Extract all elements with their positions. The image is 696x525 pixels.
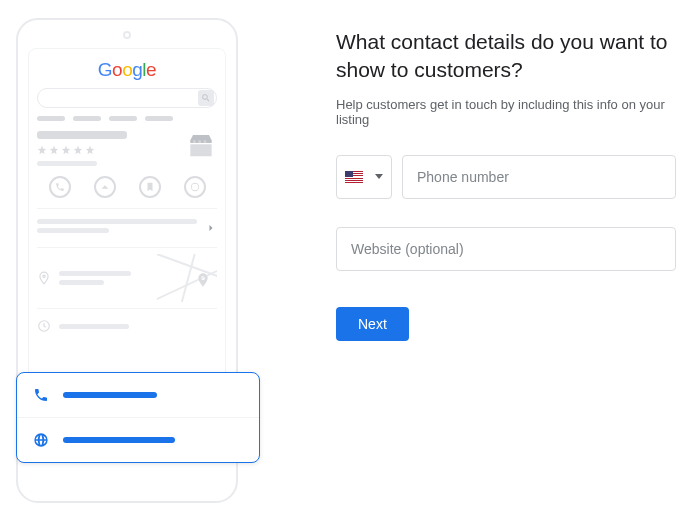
tab-placeholder	[73, 116, 101, 121]
website-placeholder-line	[63, 437, 175, 443]
search-icon	[201, 93, 211, 103]
result-line	[37, 161, 97, 166]
store-icon	[185, 131, 217, 163]
action-icon	[139, 176, 161, 198]
phone-side-button	[236, 180, 238, 224]
google-logo: Google	[37, 59, 217, 81]
chevron-down-icon	[375, 174, 383, 179]
action-icon	[94, 176, 116, 198]
tab-placeholder	[145, 116, 173, 121]
action-icon	[49, 176, 71, 198]
phone-number-input[interactable]	[402, 155, 676, 199]
phone-speaker	[123, 31, 131, 39]
phone-icon	[33, 387, 49, 403]
hours-line	[59, 324, 129, 329]
phone-placeholder-line	[63, 392, 157, 398]
website-input[interactable]	[336, 227, 676, 271]
action-icon	[184, 176, 206, 198]
tab-placeholder	[37, 116, 65, 121]
address-line	[59, 271, 131, 276]
us-flag-icon	[345, 171, 363, 183]
chevron-right-icon	[205, 222, 217, 234]
search-bar-mock	[37, 88, 217, 108]
svg-point-0	[43, 275, 45, 277]
map-pin-icon	[37, 271, 51, 285]
result-title	[37, 131, 127, 139]
address-line	[59, 280, 104, 285]
page-heading: What contact details do you want to show…	[336, 28, 676, 85]
country-code-select[interactable]	[336, 155, 392, 199]
phone-side-button	[236, 125, 238, 153]
globe-icon	[33, 432, 49, 448]
clock-icon	[37, 319, 51, 333]
contact-callout	[16, 372, 260, 463]
map-thumbnail	[157, 254, 217, 302]
rating-stars	[37, 145, 175, 155]
page-subtext: Help customers get in touch by including…	[336, 97, 676, 127]
next-button[interactable]: Next	[336, 307, 409, 341]
list-line	[37, 228, 109, 233]
list-line	[37, 219, 197, 224]
tab-placeholder	[109, 116, 137, 121]
